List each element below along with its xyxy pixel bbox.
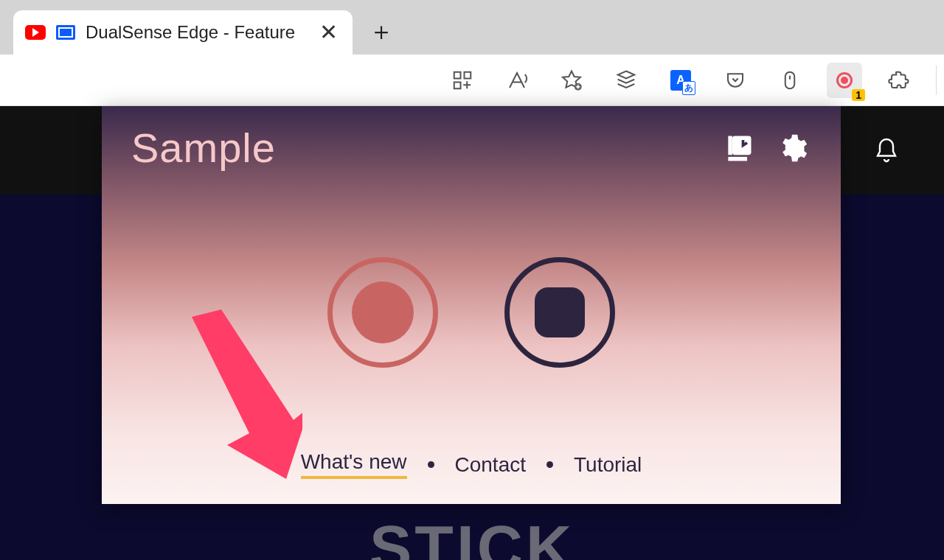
close-tab-button[interactable]: ✕ bbox=[316, 21, 341, 43]
record-button[interactable] bbox=[327, 257, 438, 368]
settings-button[interactable] bbox=[773, 129, 811, 167]
stop-button[interactable] bbox=[504, 257, 615, 368]
mouse-ext-icon[interactable] bbox=[772, 63, 808, 98]
tab-strip: DualSense Edge - Feature ✕ ＋ bbox=[0, 0, 944, 55]
whats-new-link[interactable]: What's new bbox=[301, 450, 407, 479]
svg-rect-0 bbox=[454, 71, 461, 78]
svg-rect-1 bbox=[465, 71, 471, 78]
separator-dot-icon bbox=[546, 461, 553, 468]
translate-ext-icon[interactable]: A bbox=[663, 63, 698, 98]
site-favicon-icon bbox=[56, 25, 75, 40]
browser-tab[interactable]: DualSense Edge - Feature ✕ bbox=[13, 10, 353, 55]
extension-badge: 1 bbox=[852, 89, 865, 101]
youtube-favicon-icon bbox=[25, 25, 46, 40]
recorder-controls bbox=[102, 175, 841, 450]
pocket-ext-icon[interactable] bbox=[718, 63, 753, 98]
favorites-star-icon[interactable] bbox=[554, 63, 589, 98]
record-dot-icon bbox=[352, 281, 414, 343]
stop-square-icon bbox=[535, 287, 585, 337]
contact-link[interactable]: Contact bbox=[455, 453, 527, 477]
read-aloud-icon[interactable] bbox=[499, 63, 535, 98]
popup-footer-links: What's new Contact Tutorial bbox=[102, 450, 841, 504]
extensions-puzzle-icon[interactable] bbox=[881, 63, 917, 98]
separator-dot-icon bbox=[428, 461, 434, 468]
notifications-bell-icon[interactable] bbox=[873, 137, 900, 164]
apps-icon[interactable] bbox=[445, 63, 480, 98]
tutorial-link[interactable]: Tutorial bbox=[574, 453, 642, 477]
svg-rect-6 bbox=[732, 136, 752, 155]
buffer-ext-icon[interactable] bbox=[608, 63, 644, 98]
record-dot-icon bbox=[836, 72, 853, 88]
page-heading: STICK bbox=[369, 511, 575, 560]
browser-toolbar: A 1 bbox=[0, 55, 944, 106]
popup-title: Sample bbox=[131, 124, 705, 172]
svg-rect-2 bbox=[454, 82, 461, 88]
svg-rect-4 bbox=[785, 71, 795, 88]
toolbar-separator bbox=[936, 66, 937, 95]
sample-recorder-ext-icon[interactable]: 1 bbox=[827, 63, 862, 98]
new-tab-button[interactable]: ＋ bbox=[361, 12, 401, 52]
library-button[interactable] bbox=[720, 129, 758, 167]
tab-title: DualSense Edge - Feature bbox=[86, 22, 306, 43]
extension-popup: Sample What's new Contact Tutorial bbox=[102, 106, 841, 504]
